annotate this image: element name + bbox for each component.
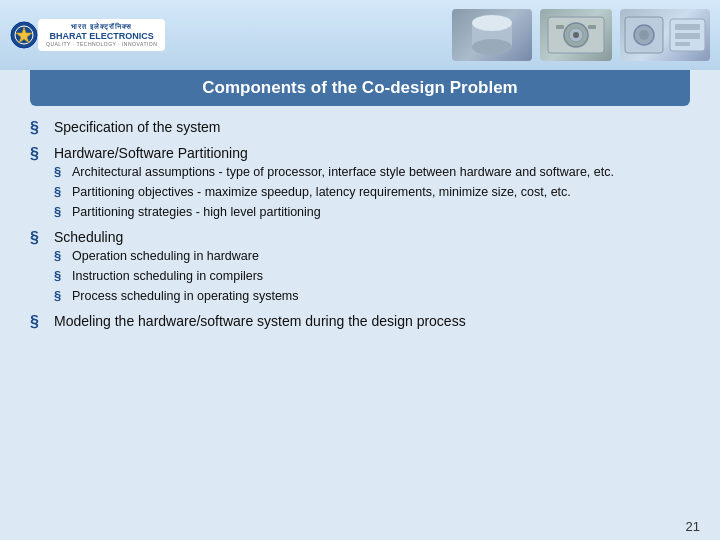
footer: 21 (0, 517, 720, 540)
sub-bullet-3-3-symbol: § (54, 288, 64, 303)
bullet-1: § Specification of the system (30, 118, 690, 138)
logo-tagline: QUALITY · TECHNOLOGY · INNOVATION (46, 41, 157, 47)
svg-rect-11 (556, 25, 564, 29)
sub-bullet-2-1-text: Architectural assumptions - type of proc… (72, 163, 614, 181)
bullet-3-group: § Scheduling § Operation scheduling in h… (30, 228, 690, 306)
bullet-3-text: Scheduling (54, 228, 123, 248)
header-image-2 (540, 9, 612, 61)
sub-bullet-2-3-text: Partitioning strategies - high level par… (72, 203, 321, 221)
svg-rect-17 (675, 24, 700, 30)
bullet-1-symbol: § (30, 119, 44, 137)
sub-bullet-2-1: § Architectural assumptions - type of pr… (54, 163, 690, 181)
logo-main-text: BHARAT ELECTRONICS (50, 31, 154, 41)
header-image-3 (620, 9, 710, 61)
header-image-1 (452, 9, 532, 61)
sub-bullet-3-1-text: Operation scheduling in hardware (72, 247, 259, 265)
bullet-1-text: Specification of the system (54, 118, 221, 138)
bullet-2: § Hardware/Software Partitioning (30, 144, 690, 164)
svg-point-5 (472, 15, 512, 31)
logo-emblem-icon (10, 21, 38, 49)
bullet-3-symbol: § (30, 229, 44, 247)
sub-bullet-2-3: § Partitioning strategies - high level p… (54, 203, 690, 221)
sub-bullet-2-3-symbol: § (54, 204, 64, 219)
bullet-4-symbol: § (30, 313, 44, 331)
bullet-4: § Modeling the hardware/software system … (30, 312, 690, 332)
bullet-3-sub: § Operation scheduling in hardware § Ins… (54, 247, 690, 305)
sub-bullet-2-2-text: Partitioning objectives - maximize speed… (72, 183, 571, 201)
bullet-2-group: § Hardware/Software Partitioning § Archi… (30, 144, 690, 222)
sub-bullet-3-1-symbol: § (54, 248, 64, 263)
svg-point-15 (639, 30, 649, 40)
bullet-2-symbol: § (30, 145, 44, 163)
svg-rect-12 (588, 25, 596, 29)
svg-rect-19 (675, 42, 690, 46)
bullet-2-text: Hardware/Software Partitioning (54, 144, 248, 164)
header-images (452, 9, 710, 61)
sub-bullet-3-3-text: Process scheduling in operating systems (72, 287, 299, 305)
logo-area: भारत इलेक्ट्रॉनिक्स BHARAT ELECTRONICS Q… (10, 19, 165, 51)
logo-box: भारत इलेक्ट्रॉनिक्स BHARAT ELECTRONICS Q… (38, 19, 165, 51)
slide-container: भारत इलेक्ट्रॉनिक्स BHARAT ELECTRONICS Q… (0, 0, 720, 540)
svg-point-10 (573, 32, 579, 38)
sub-bullet-3-2: § Instruction scheduling in compilers (54, 267, 690, 285)
bullet-2-sub: § Architectural assumptions - type of pr… (54, 163, 690, 221)
slide-title: Components of the Co-design Problem (202, 78, 517, 97)
sub-bullet-2-2-symbol: § (54, 184, 64, 199)
content-area: § Specification of the system § Hardware… (0, 106, 720, 517)
title-bar: Components of the Co-design Problem (30, 70, 690, 106)
sub-bullet-2-2: § Partitioning objectives - maximize spe… (54, 183, 690, 201)
header: भारत इलेक्ट्रॉनिक्स BHARAT ELECTRONICS Q… (0, 0, 720, 70)
bullet-3: § Scheduling (30, 228, 690, 248)
sub-bullet-3-3: § Process scheduling in operating system… (54, 287, 690, 305)
sub-bullet-3-2-symbol: § (54, 268, 64, 283)
svg-point-6 (472, 39, 512, 55)
page-number: 21 (686, 519, 700, 534)
logo-hindi-text: भारत इलेक्ट्रॉनिक्स (71, 23, 132, 31)
sub-bullet-3-1: § Operation scheduling in hardware (54, 247, 690, 265)
sub-bullet-2-1-symbol: § (54, 164, 64, 179)
bullet-4-text: Modeling the hardware/software system du… (54, 312, 466, 332)
svg-rect-18 (675, 33, 700, 39)
sub-bullet-3-2-text: Instruction scheduling in compilers (72, 267, 263, 285)
